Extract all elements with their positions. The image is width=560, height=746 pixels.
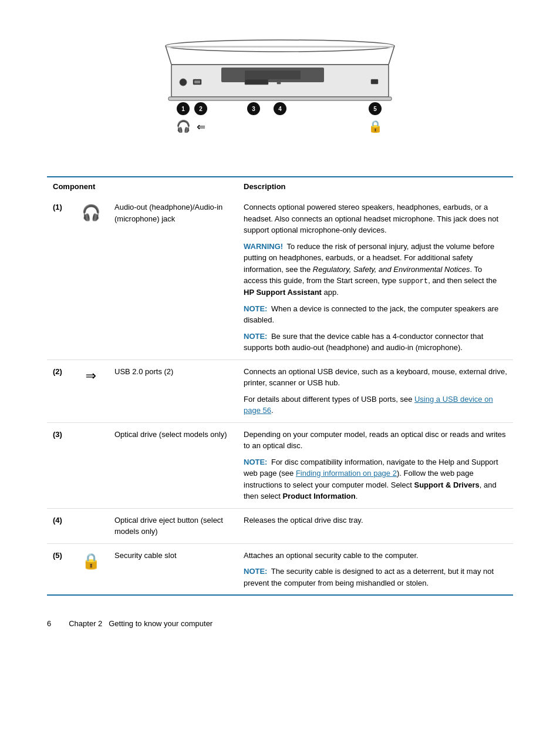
svg-rect-10 xyxy=(194,80,200,83)
table-row: (1) 🎧 Audio-out (headphone)/Audio-in (mi… xyxy=(47,196,513,359)
note-label-3: NOTE: xyxy=(244,458,267,466)
bold-support-drivers: Support & Drivers xyxy=(414,480,479,489)
svg-text:4: 4 xyxy=(278,106,282,112)
svg-rect-1 xyxy=(166,46,394,48)
svg-text:🎧: 🎧 xyxy=(176,119,191,133)
component-name: Audio-out (headphone)/Audio-in (micropho… xyxy=(109,196,238,359)
col-header-component: Component xyxy=(47,177,238,196)
svg-rect-11 xyxy=(245,79,268,85)
usb-link[interactable]: Using a USB device on page 56 xyxy=(244,395,493,415)
component-table: Component Description (1) 🎧 Audio-out (h… xyxy=(47,176,513,596)
svg-text:3: 3 xyxy=(252,106,255,112)
desc-plain-4: Releases the optical drive disc tray. xyxy=(244,515,507,526)
component-icon: 🎧 xyxy=(73,196,109,359)
component-num: (3) xyxy=(47,422,73,508)
headphone-icon: 🎧 xyxy=(82,204,100,221)
component-num: (1) xyxy=(47,196,73,359)
table-row: (4) Optical drive eject button (select m… xyxy=(47,508,513,543)
svg-text:🔒: 🔒 xyxy=(368,119,383,133)
desc-plain-3: Depending on your computer model, reads … xyxy=(244,429,507,452)
warning-label: WARNING! xyxy=(244,242,283,251)
component-num: (4) xyxy=(47,508,73,543)
component-name: Security cable slot xyxy=(109,543,238,595)
note-label-1: NOTE: xyxy=(244,304,267,313)
component-icon: 🔒 xyxy=(73,543,109,595)
bold-product-info: Product Information xyxy=(283,492,356,500)
table-row: (2) ⇐ USB 2.0 ports (2) Connects an opti… xyxy=(47,359,513,422)
component-icon xyxy=(73,422,109,508)
component-name: USB 2.0 ports (2) xyxy=(109,359,238,422)
desc-note-1: NOTE: When a device is connected to the … xyxy=(244,303,507,326)
component-description: Releases the optical drive disc tray. xyxy=(238,508,513,543)
page-footer: 6 Chapter 2 Getting to know your compute… xyxy=(47,619,513,628)
component-description: Connects optional powered stereo speaker… xyxy=(238,196,513,359)
desc-link-1: For details about different types of USB… xyxy=(244,394,507,416)
desc-warning-1: WARNING! To reduce the risk of personal … xyxy=(244,241,507,298)
lock-icon: 🔒 xyxy=(82,552,100,570)
code-support: support xyxy=(399,277,428,285)
desc-note-2: NOTE: Be sure that the device cable has … xyxy=(244,331,507,354)
component-description: Attaches an optional security cable to t… xyxy=(238,543,513,595)
component-num: (5) xyxy=(47,543,73,595)
svg-text:⇐: ⇐ xyxy=(197,121,205,133)
svg-point-8 xyxy=(180,79,187,86)
laptop-illustration: 1 2 3 4 5 🎧 ⇐ 🔒 xyxy=(151,23,409,153)
svg-text:2: 2 xyxy=(199,106,203,112)
page-number: 6 xyxy=(47,619,51,628)
svg-rect-7 xyxy=(245,70,301,79)
svg-rect-14 xyxy=(168,97,392,100)
svg-text:5: 5 xyxy=(373,106,377,112)
svg-rect-13 xyxy=(371,79,378,84)
component-num: (2) xyxy=(47,359,73,422)
svg-text:1: 1 xyxy=(181,106,185,112)
col-header-description: Description xyxy=(238,177,513,196)
svg-line-3 xyxy=(389,46,394,65)
component-name: Optical drive (select models only) xyxy=(109,422,238,508)
component-icon: ⇐ xyxy=(73,359,109,422)
component-description: Depending on your computer model, reads … xyxy=(238,422,513,508)
component-name: Optical drive eject button (select model… xyxy=(109,508,238,543)
chapter-label: Chapter 2 Getting to know your computer xyxy=(69,619,212,628)
svg-rect-12 xyxy=(277,80,281,84)
finding-info-link[interactable]: Finding information on page 2 xyxy=(296,469,397,478)
table-row: (3) Optical drive (select models only) D… xyxy=(47,422,513,508)
italic-text-1: Regulatory, Safety, and Environmental No… xyxy=(313,265,470,274)
desc-plain-2: Connects an optional USB device, such as… xyxy=(244,366,507,389)
desc-note-3: NOTE: For disc compatibility information… xyxy=(244,456,507,502)
svg-line-2 xyxy=(166,46,171,65)
usb-icon: ⇐ xyxy=(86,366,96,385)
component-description: Connects an optional USB device, such as… xyxy=(238,359,513,422)
component-icon xyxy=(73,508,109,543)
desc-plain-5: Attaches an optional security cable to t… xyxy=(244,550,507,562)
desc-note-4: NOTE: The security cable is designed to … xyxy=(244,566,507,589)
bold-hp-support: HP Support Assistant xyxy=(244,288,322,297)
table-row: (5) 🔒 Security cable slot Attaches an op… xyxy=(47,543,513,595)
note-label-4: NOTE: xyxy=(244,567,267,576)
note-label-2: NOTE: xyxy=(244,332,267,341)
desc-plain-1: Connects optional powered stereo speaker… xyxy=(244,201,507,236)
laptop-diagram: 1 2 3 4 5 🎧 ⇐ 🔒 xyxy=(47,23,513,159)
